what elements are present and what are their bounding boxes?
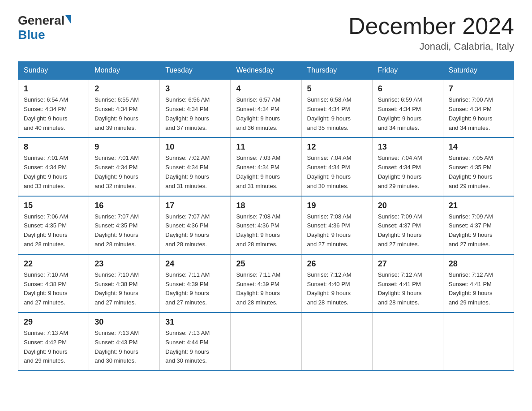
calendar-cell [443,313,514,371]
day-number: 14 [449,142,508,152]
title-section: December 2024 Jonadi, Calabria, Italy [348,13,514,52]
calendar-cell [231,313,301,371]
calendar-cell: 12 Sunrise: 7:04 AMSunset: 4:34 PMDaylig… [301,137,372,196]
day-info: Sunrise: 7:13 AMSunset: 4:42 PMDaylight:… [24,330,68,364]
day-info: Sunrise: 7:13 AMSunset: 4:44 PMDaylight:… [165,330,210,364]
day-number: 20 [378,201,438,210]
weekday-header-wednesday: Wednesday [231,62,301,80]
day-number: 9 [94,142,154,152]
calendar-week-row: 8 Sunrise: 7:01 AMSunset: 4:34 PMDayligh… [18,137,514,196]
calendar-cell: 23 Sunrise: 7:10 AMSunset: 4:38 PMDaylig… [89,254,160,313]
page-header: General Blue December 2024 Jonadi, Calab… [18,13,514,52]
logo: General Blue [18,13,71,42]
calendar-week-row: 1 Sunrise: 6:54 AMSunset: 4:34 PMDayligh… [18,79,514,137]
day-number: 19 [307,201,367,210]
calendar-cell: 11 Sunrise: 7:03 AMSunset: 4:34 PMDaylig… [231,137,301,196]
day-number: 11 [236,142,296,152]
day-info: Sunrise: 7:09 AMSunset: 4:37 PMDaylight:… [378,213,422,248]
day-info: Sunrise: 7:07 AMSunset: 4:35 PMDaylight:… [94,213,139,248]
day-number: 15 [24,201,83,210]
calendar-cell: 24 Sunrise: 7:11 AMSunset: 4:39 PMDaylig… [160,254,231,313]
day-info: Sunrise: 7:10 AMSunset: 4:38 PMDaylight:… [24,271,68,306]
calendar-cell: 25 Sunrise: 7:11 AMSunset: 4:39 PMDaylig… [231,254,301,313]
day-info: Sunrise: 7:04 AMSunset: 4:34 PMDaylight:… [378,154,422,189]
calendar-cell: 3 Sunrise: 6:56 AMSunset: 4:34 PMDayligh… [160,79,231,137]
calendar-cell: 16 Sunrise: 7:07 AMSunset: 4:35 PMDaylig… [89,196,160,254]
day-number: 18 [236,201,296,210]
calendar-cell [372,313,443,371]
day-number: 3 [165,84,225,94]
calendar-cell: 19 Sunrise: 7:08 AMSunset: 4:36 PMDaylig… [301,196,372,254]
day-number: 30 [94,317,154,327]
day-number: 29 [24,317,83,327]
day-info: Sunrise: 7:00 AMSunset: 4:34 PMDaylight:… [449,96,493,131]
day-info: Sunrise: 7:06 AMSunset: 4:35 PMDaylight:… [24,213,68,248]
calendar-table: SundayMondayTuesdayWednesdayThursdayFrid… [18,61,514,371]
day-info: Sunrise: 6:54 AMSunset: 4:34 PMDaylight:… [24,96,68,131]
logo-arrow-icon [65,15,71,24]
calendar-cell [301,313,372,371]
calendar-cell: 4 Sunrise: 6:57 AMSunset: 4:34 PMDayligh… [231,79,301,137]
day-info: Sunrise: 7:03 AMSunset: 4:34 PMDaylight:… [236,154,280,189]
calendar-cell: 22 Sunrise: 7:10 AMSunset: 4:38 PMDaylig… [18,254,89,313]
calendar-cell: 6 Sunrise: 6:59 AMSunset: 4:34 PMDayligh… [372,79,443,137]
day-info: Sunrise: 6:55 AMSunset: 4:34 PMDaylight:… [94,96,139,131]
day-info: Sunrise: 7:12 AMSunset: 4:41 PMDaylight:… [378,271,422,306]
calendar-cell: 13 Sunrise: 7:04 AMSunset: 4:34 PMDaylig… [372,137,443,196]
day-number: 8 [24,142,83,152]
calendar-cell: 17 Sunrise: 7:07 AMSunset: 4:36 PMDaylig… [160,196,231,254]
day-number: 4 [236,84,296,94]
calendar-cell: 28 Sunrise: 7:12 AMSunset: 4:41 PMDaylig… [443,254,514,313]
day-number: 16 [94,201,154,210]
calendar-cell: 30 Sunrise: 7:13 AMSunset: 4:43 PMDaylig… [89,313,160,371]
day-number: 27 [378,259,438,269]
day-number: 10 [165,142,225,152]
day-info: Sunrise: 7:10 AMSunset: 4:38 PMDaylight:… [94,271,139,306]
day-info: Sunrise: 7:02 AMSunset: 4:34 PMDaylight:… [165,154,210,189]
calendar-cell: 26 Sunrise: 7:12 AMSunset: 4:40 PMDaylig… [301,254,372,313]
calendar-cell: 18 Sunrise: 7:08 AMSunset: 4:36 PMDaylig… [231,196,301,254]
calendar-cell: 20 Sunrise: 7:09 AMSunset: 4:37 PMDaylig… [372,196,443,254]
day-info: Sunrise: 6:58 AMSunset: 4:34 PMDaylight:… [307,96,352,131]
day-number: 23 [94,259,154,269]
calendar-week-row: 15 Sunrise: 7:06 AMSunset: 4:35 PMDaylig… [18,196,514,254]
day-number: 6 [378,84,438,94]
day-info: Sunrise: 7:05 AMSunset: 4:35 PMDaylight:… [449,154,493,189]
day-info: Sunrise: 7:04 AMSunset: 4:34 PMDaylight:… [307,154,352,189]
calendar-cell: 1 Sunrise: 6:54 AMSunset: 4:34 PMDayligh… [18,79,89,137]
calendar-cell: 2 Sunrise: 6:55 AMSunset: 4:34 PMDayligh… [89,79,160,137]
weekday-header-saturday: Saturday [443,62,514,80]
day-number: 13 [378,142,438,152]
calendar-cell: 9 Sunrise: 7:01 AMSunset: 4:34 PMDayligh… [89,137,160,196]
day-info: Sunrise: 6:59 AMSunset: 4:34 PMDaylight:… [378,96,422,131]
day-info: Sunrise: 7:07 AMSunset: 4:36 PMDaylight:… [165,213,210,248]
day-number: 24 [165,259,225,269]
location-title: Jonadi, Calabria, Italy [348,41,514,52]
logo-blue: Blue [18,28,71,42]
day-info: Sunrise: 6:57 AMSunset: 4:34 PMDaylight:… [236,96,280,131]
day-number: 22 [24,259,83,269]
calendar-header: SundayMondayTuesdayWednesdayThursdayFrid… [18,62,514,80]
calendar-cell: 7 Sunrise: 7:00 AMSunset: 4:34 PMDayligh… [443,79,514,137]
day-number: 7 [449,84,508,94]
day-info: Sunrise: 7:13 AMSunset: 4:43 PMDaylight:… [94,330,139,364]
day-number: 25 [236,259,296,269]
day-info: Sunrise: 7:01 AMSunset: 4:34 PMDaylight:… [94,154,139,189]
calendar-cell: 8 Sunrise: 7:01 AMSunset: 4:34 PMDayligh… [18,137,89,196]
calendar-body: 1 Sunrise: 6:54 AMSunset: 4:34 PMDayligh… [18,79,514,371]
calendar-cell: 14 Sunrise: 7:05 AMSunset: 4:35 PMDaylig… [443,137,514,196]
calendar-week-row: 22 Sunrise: 7:10 AMSunset: 4:38 PMDaylig… [18,254,514,313]
day-number: 5 [307,84,367,94]
day-info: Sunrise: 6:56 AMSunset: 4:34 PMDaylight:… [165,96,210,131]
day-number: 2 [94,84,154,94]
calendar-cell: 21 Sunrise: 7:09 AMSunset: 4:37 PMDaylig… [443,196,514,254]
day-info: Sunrise: 7:08 AMSunset: 4:36 PMDaylight:… [307,213,352,248]
day-info: Sunrise: 7:12 AMSunset: 4:41 PMDaylight:… [449,271,493,306]
day-info: Sunrise: 7:12 AMSunset: 4:40 PMDaylight:… [307,271,352,306]
day-number: 26 [307,259,367,269]
day-info: Sunrise: 7:01 AMSunset: 4:34 PMDaylight:… [24,154,68,189]
day-number: 31 [165,317,225,327]
weekday-header-monday: Monday [89,62,160,80]
calendar-cell: 10 Sunrise: 7:02 AMSunset: 4:34 PMDaylig… [160,137,231,196]
day-info: Sunrise: 7:08 AMSunset: 4:36 PMDaylight:… [236,213,280,248]
